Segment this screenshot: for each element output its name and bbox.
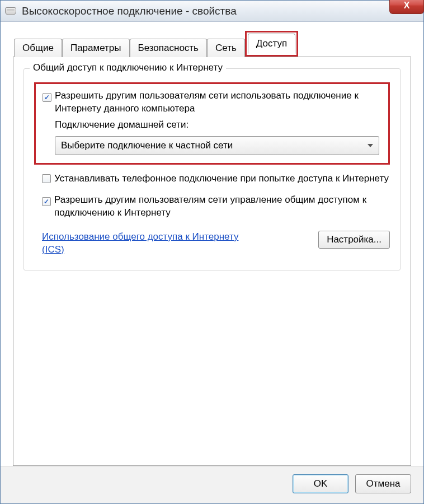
home-network-combo[interactable]: Выберите подключение к частной сети [55, 136, 379, 155]
chevron-down-icon [368, 144, 373, 147]
allow-control-checkbox[interactable] [42, 197, 51, 206]
dial-on-demand-checkbox[interactable] [42, 174, 51, 183]
allow-share-row: Разрешить другим пользователям сети испо… [43, 90, 381, 115]
tab-access-highlight: Доступ [245, 31, 298, 57]
combo-value: Выберите подключение к частной сети [61, 140, 233, 151]
button-label: Отмена [366, 478, 401, 489]
titlebar[interactable]: Высокоскоростное подключение - свойства … [1, 1, 423, 22]
ics-link-row: Использование общего доступа к Интернету… [42, 231, 390, 256]
tab-label: Доступ [256, 38, 287, 49]
tab-options[interactable]: Параметры [62, 39, 130, 57]
tab-label: Параметры [70, 43, 121, 53]
dialog-footer: OK Отмена [1, 466, 423, 503]
dial-on-demand-row: Устанавливать телефонное подключение при… [42, 172, 390, 186]
tab-panel-access: Общий доступ к подключению к Интернету Р… [13, 57, 411, 466]
tab-label: Общие [22, 43, 54, 53]
close-icon: X [404, 1, 410, 11]
tab-security[interactable]: Безопасность [130, 39, 207, 57]
ok-button[interactable]: OK [293, 474, 348, 493]
tab-label: Сеть [215, 43, 237, 53]
properties-dialog: Высокоскоростное подключение - свойства … [0, 0, 424, 504]
button-label: Настройка... [327, 234, 381, 245]
home-network-label: Подключение домашней сети: [55, 119, 381, 132]
modem-icon [5, 7, 16, 15]
allow-share-label: Разрешить другим пользователям сети испо… [55, 90, 381, 115]
window-title: Высокоскоростное подключение - свойства [22, 5, 237, 17]
tab-strip: Общие Параметры Безопасность Сеть Доступ [13, 31, 411, 57]
allow-share-checkbox[interactable] [43, 93, 51, 102]
settings-button[interactable]: Настройка... [318, 231, 390, 249]
allow-control-label: Разрешить другим пользователям сети упра… [54, 194, 390, 220]
ics-groupbox: Общий доступ к подключению к Интернету Р… [23, 68, 401, 270]
allow-control-row: Разрешить другим пользователям сети упра… [42, 194, 390, 220]
client-area: Общие Параметры Безопасность Сеть Доступ… [1, 22, 423, 503]
groupbox-title: Общий доступ к подключению к Интернету [30, 62, 226, 73]
tab-label: Безопасность [138, 43, 199, 53]
dial-on-demand-label: Устанавливать телефонное подключение при… [54, 172, 390, 185]
tab-access[interactable]: Доступ [248, 34, 295, 54]
tab-general[interactable]: Общие [14, 39, 62, 57]
ics-help-link[interactable]: Использование общего доступа к Интернету… [42, 231, 243, 256]
button-label: OK [314, 478, 328, 489]
cancel-button[interactable]: Отмена [355, 474, 411, 493]
allow-share-highlight: Разрешить другим пользователям сети испо… [34, 82, 390, 165]
tab-network[interactable]: Сеть [207, 39, 245, 57]
close-button[interactable]: X [389, 0, 424, 14]
